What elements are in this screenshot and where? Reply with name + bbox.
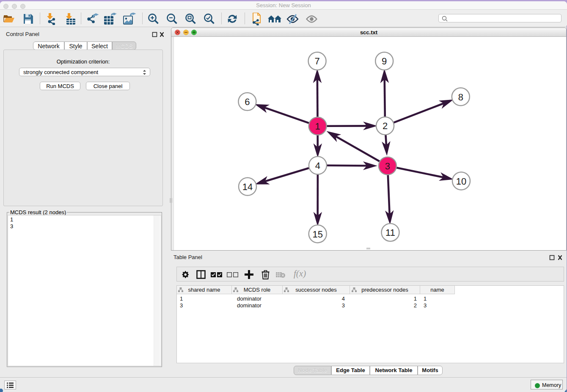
- svg-text:10: 10: [456, 176, 466, 187]
- svg-text:14: 14: [242, 182, 253, 192]
- svg-text:1: 1: [315, 121, 320, 132]
- svg-text:4: 4: [315, 160, 320, 171]
- svg-text:8: 8: [458, 92, 463, 102]
- svg-text:9: 9: [382, 56, 387, 66]
- svg-text:3: 3: [385, 161, 390, 171]
- svg-text:6: 6: [245, 97, 250, 107]
- svg-text:11: 11: [385, 227, 395, 238]
- svg-text:2: 2: [383, 121, 388, 131]
- svg-text:15: 15: [312, 229, 322, 240]
- svg-text:7: 7: [314, 56, 319, 66]
